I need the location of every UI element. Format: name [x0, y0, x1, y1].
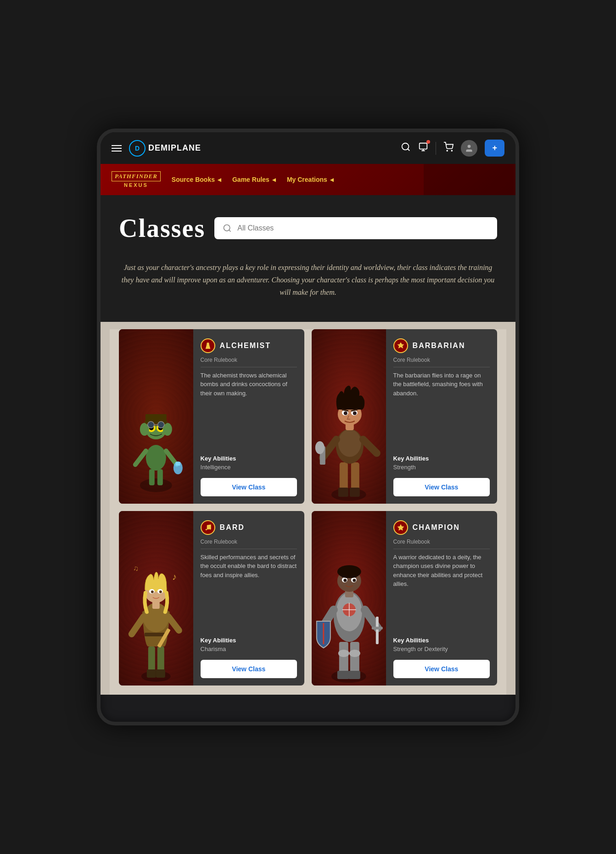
- svg-line-60: [132, 617, 144, 634]
- hamburger-menu[interactable]: [112, 145, 122, 152]
- banner-nav-source-books[interactable]: Source Books ◀: [172, 176, 221, 183]
- alchemist-view-btn[interactable]: View Class: [201, 478, 297, 496]
- bard-art: ♪ ♫: [119, 511, 193, 685]
- barbarian-source: Core Rulebook: [393, 357, 490, 367]
- search-icon: [223, 224, 232, 233]
- svg-point-57: [159, 590, 162, 593]
- svg-rect-68: [337, 671, 349, 679]
- bard-abilities-value: Charisma: [201, 646, 297, 652]
- classes-grid: ALCHEMIST Core Rulebook The alchemist th…: [110, 329, 506, 695]
- champion-badge: [393, 520, 408, 535]
- champion-description: A warrior dedicated to a deity, the cham…: [393, 553, 490, 629]
- svg-point-32: [338, 429, 361, 457]
- champion-art: [312, 511, 386, 685]
- nav-icons: +: [401, 140, 504, 157]
- svg-rect-20: [157, 469, 163, 485]
- hero-description: Just as your character's ancestry plays …: [119, 257, 497, 313]
- barbarian-header: BARBARIAN: [393, 338, 490, 353]
- barbarian-abilities-label: Key Abilities: [393, 455, 490, 462]
- champion-view-btn[interactable]: View Class: [393, 660, 490, 678]
- banner-nav: Source Books ◀ Game Rules ◀ My Creations…: [172, 176, 334, 183]
- search-input[interactable]: [237, 224, 489, 232]
- nav-divider: [436, 142, 436, 155]
- alchemist-source: Core Rulebook: [201, 357, 297, 367]
- svg-text:♪: ♪: [172, 572, 177, 582]
- barbarian-art-bg: [312, 329, 386, 504]
- svg-rect-30: [350, 488, 360, 497]
- pf-logo-top: Pathfinder: [112, 171, 161, 181]
- user-avatar[interactable]: [461, 140, 477, 157]
- class-card-alchemist: ALCHEMIST Core Rulebook The alchemist th…: [119, 329, 304, 504]
- source-books-arrow: ◀: [218, 177, 221, 182]
- hero-section: Classes Just as your character's ancestr…: [101, 195, 515, 322]
- logo-icon: D: [129, 140, 146, 157]
- alchemist-art: [119, 329, 193, 504]
- banner-nav-my-creations[interactable]: My Creations ◀: [287, 176, 334, 183]
- barbarian-badge: [393, 338, 408, 353]
- notifications-button[interactable]: [418, 142, 428, 154]
- search-button[interactable]: [401, 142, 411, 154]
- banner-nav-game-rules[interactable]: Game Rules ◀: [232, 176, 276, 183]
- class-card-bard: ♪ ♫: [119, 511, 304, 685]
- plus-button[interactable]: +: [485, 140, 504, 157]
- svg-rect-48: [147, 669, 156, 678]
- alchemist-content: ALCHEMIST Core Rulebook The alchemist th…: [193, 329, 304, 504]
- bard-source: Core Rulebook: [201, 539, 297, 549]
- cart-button[interactable]: [443, 142, 454, 154]
- alchemist-abilities-label: Key Abilities: [201, 455, 297, 462]
- logo-letter: D: [135, 145, 140, 152]
- barbarian-view-btn[interactable]: View Class: [393, 478, 490, 496]
- game-rules-label: Game Rules: [232, 176, 269, 183]
- alchemist-name: ALCHEMIST: [220, 342, 271, 350]
- svg-point-23: [148, 421, 154, 428]
- hero-content: Classes: [119, 214, 497, 243]
- svg-point-81: [353, 579, 356, 582]
- svg-rect-1: [420, 143, 427, 149]
- champion-source: Core Rulebook: [393, 539, 490, 549]
- svg-line-61: [168, 617, 179, 630]
- search-bar: [214, 217, 497, 239]
- svg-point-77: [337, 565, 361, 578]
- svg-rect-88: [372, 627, 383, 629]
- champion-content: CHAMPION Core Rulebook A warrior dedicat…: [386, 511, 497, 685]
- bard-view-btn[interactable]: View Class: [201, 660, 297, 678]
- pf-logo-bottom: NEXUS: [124, 182, 148, 188]
- svg-line-86: [365, 610, 378, 628]
- bard-description: Skilled performances and secrets of the …: [201, 553, 297, 629]
- svg-point-26: [331, 488, 366, 501]
- bard-content: BARD Core Rulebook Skilled performances …: [193, 511, 304, 685]
- svg-point-56: [151, 590, 154, 593]
- svg-point-4: [468, 145, 471, 148]
- alchemist-description: The alchemist throws alchemical bombs an…: [201, 371, 297, 448]
- alchemist-header: ALCHEMIST: [201, 338, 297, 353]
- svg-point-38: [353, 411, 357, 415]
- barbarian-abilities-value: Strength: [393, 464, 490, 471]
- svg-point-2: [447, 150, 448, 151]
- svg-rect-29: [338, 488, 348, 497]
- svg-point-24: [158, 421, 164, 428]
- champion-name: CHAMPION: [413, 523, 460, 532]
- game-rules-arrow: ◀: [272, 177, 276, 182]
- svg-rect-49: [156, 669, 165, 678]
- grid-background: ALCHEMIST Core Rulebook The alchemist th…: [101, 322, 515, 695]
- svg-point-80: [343, 579, 347, 582]
- svg-point-7: [146, 445, 166, 471]
- svg-line-16: [166, 451, 177, 465]
- tablet-frame: D DEMIPLANE: [97, 129, 519, 725]
- svg-line-42: [363, 439, 377, 453]
- svg-line-15: [135, 451, 146, 465]
- svg-point-0: [402, 143, 409, 150]
- svg-point-44: [315, 441, 325, 454]
- svg-point-5: [224, 225, 230, 231]
- app-name: DEMIPLANE: [148, 143, 201, 153]
- svg-text:♫: ♫: [133, 564, 139, 572]
- alchemist-abilities-value: Intelligence: [201, 464, 297, 471]
- svg-point-67: [349, 650, 360, 657]
- source-books-label: Source Books: [172, 176, 215, 183]
- svg-rect-87: [376, 617, 379, 644]
- champion-art-bg: [312, 511, 386, 685]
- champion-abilities-value: Strength or Dexterity: [393, 646, 490, 652]
- pathfinder-banner: Pathfinder NEXUS Source Books ◀ Game Rul…: [101, 164, 515, 195]
- notification-dot: [426, 140, 430, 144]
- barbarian-art: [312, 329, 386, 504]
